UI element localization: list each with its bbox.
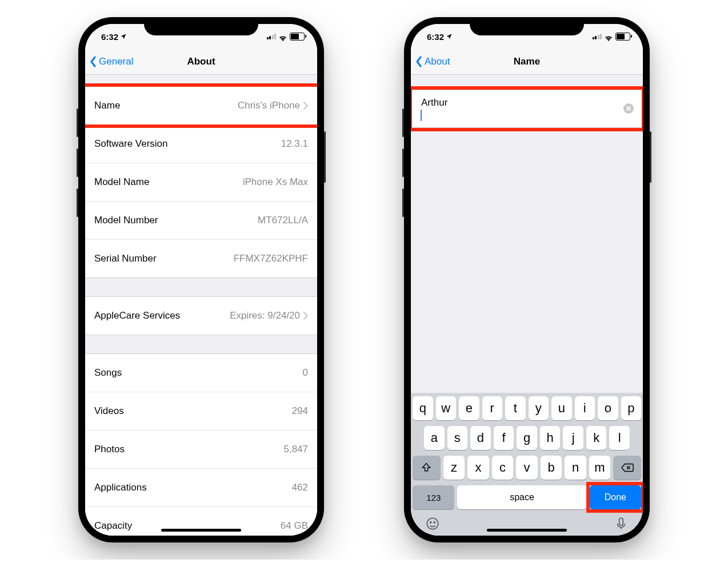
key-e[interactable]: e — [459, 396, 479, 420]
mic-icon[interactable] — [614, 516, 629, 531]
signal-icon — [593, 34, 602, 39]
key-b[interactable]: b — [541, 456, 562, 480]
shift-icon — [421, 462, 432, 473]
name-input-row[interactable] — [412, 90, 642, 128]
name-input[interactable] — [420, 97, 547, 109]
key-u[interactable]: u — [551, 396, 572, 420]
row-value: Chris's iPhone — [238, 100, 308, 111]
location-icon — [120, 33, 127, 40]
key-n[interactable]: n — [565, 456, 586, 480]
wifi-icon — [278, 33, 287, 40]
phone-left: 6:32 General About NameChris's iPhoneSof… — [78, 17, 324, 542]
nav-back-button[interactable]: About — [411, 56, 450, 67]
key-s[interactable]: s — [447, 426, 468, 450]
table-section: NameChris's iPhoneSoftware Version12.3.1… — [85, 86, 317, 278]
battery-icon — [290, 33, 305, 41]
notch — [470, 17, 584, 35]
key-v[interactable]: v — [516, 456, 538, 480]
row-model-name: Model NameiPhone Xs Max — [85, 163, 317, 201]
about-content[interactable]: NameChris's iPhoneSoftware Version12.3.1… — [85, 75, 317, 536]
section-gap — [85, 278, 317, 296]
home-indicator[interactable] — [487, 529, 567, 532]
svg-point-5 — [430, 522, 431, 523]
key-k[interactable]: k — [586, 426, 607, 450]
svg-point-6 — [434, 522, 435, 523]
backspace-icon — [621, 463, 634, 473]
row-label: Capacity — [94, 520, 132, 532]
row-label: Photos — [94, 444, 125, 455]
home-indicator[interactable] — [161, 529, 241, 532]
key-t[interactable]: t — [505, 396, 526, 420]
row-value: 12.3.1 — [281, 138, 308, 150]
done-key[interactable]: Done — [590, 485, 641, 509]
wifi-icon — [604, 33, 613, 40]
row-label: Model Number — [94, 215, 158, 226]
table-section: AppleCare ServicesExpires: 9/24/20 — [85, 296, 317, 335]
key-r[interactable]: r — [482, 396, 503, 420]
key-c[interactable]: c — [492, 456, 514, 480]
screen-right: 6:32 About Name — [411, 24, 643, 536]
key-h[interactable]: h — [540, 426, 561, 450]
notch — [144, 17, 258, 35]
row-applecare-services[interactable]: AppleCare ServicesExpires: 9/24/20 — [85, 297, 317, 335]
nav-back-label: About — [425, 56, 450, 67]
numbers-key[interactable]: 123 — [413, 485, 454, 509]
key-q[interactable]: q — [413, 396, 433, 420]
clear-button[interactable] — [623, 103, 634, 114]
key-w[interactable]: w — [436, 396, 457, 420]
row-software-version: Software Version12.3.1 — [85, 124, 317, 163]
phone-right: 6:32 About Name — [404, 17, 650, 542]
status-time: 6:32 — [101, 32, 118, 42]
row-songs: Songs0 — [85, 354, 317, 392]
backspace-key[interactable] — [613, 456, 641, 480]
row-value: 0 — [303, 367, 308, 379]
key-m[interactable]: m — [589, 456, 611, 480]
space-key[interactable]: space — [457, 485, 586, 509]
location-icon — [446, 33, 453, 40]
row-value: 294 — [292, 405, 308, 417]
shift-key[interactable] — [413, 456, 441, 480]
key-d[interactable]: d — [470, 426, 491, 450]
chevron-right-icon — [303, 102, 308, 110]
row-label: Videos — [94, 405, 124, 417]
key-a[interactable]: a — [424, 426, 445, 450]
screen-left: 6:32 General About NameChris's iPhoneSof… — [85, 24, 317, 536]
key-p[interactable]: p — [621, 396, 642, 420]
row-value: FFMX7Z62KPHF — [234, 253, 308, 264]
row-label: Serial Number — [94, 253, 157, 264]
emoji-icon[interactable] — [425, 516, 440, 531]
chevron-right-icon — [303, 312, 308, 320]
row-applications: Applications462 — [85, 468, 317, 506]
key-x[interactable]: x — [467, 456, 489, 480]
row-label: Songs — [94, 367, 122, 379]
row-value: MT672LL/A — [258, 215, 308, 226]
svg-rect-7 — [619, 518, 623, 525]
key-g[interactable]: g — [517, 426, 537, 450]
chevron-left-icon — [90, 56, 97, 67]
nav-bar: About Name — [411, 49, 643, 75]
row-value: iPhone Xs Max — [243, 176, 308, 188]
key-o[interactable]: o — [598, 396, 618, 420]
row-label: Model Name — [94, 176, 149, 188]
table-section: Songs0Videos294Photos5,847Applications46… — [85, 353, 317, 536]
row-name[interactable]: NameChris's iPhone — [85, 87, 317, 124]
row-serial-number: Serial NumberFFMX7Z62KPHF — [85, 239, 317, 278]
key-i[interactable]: i — [575, 396, 595, 420]
chevron-left-icon — [415, 56, 422, 67]
row-value: 5,847 — [283, 444, 308, 455]
row-label: Applications — [94, 482, 147, 493]
nav-bar: General About — [85, 49, 317, 75]
key-y[interactable]: y — [529, 396, 549, 420]
key-l[interactable]: l — [609, 426, 630, 450]
empty-area — [411, 128, 643, 393]
status-time: 6:32 — [427, 32, 444, 42]
key-f[interactable]: f — [494, 426, 514, 450]
key-z[interactable]: z — [443, 456, 465, 480]
key-j[interactable]: j — [563, 426, 583, 450]
nav-back-button[interactable]: General — [85, 56, 133, 67]
row-model-number: Model NumberMT672LL/A — [85, 201, 317, 239]
row-photos: Photos5,847 — [85, 430, 317, 468]
section-gap — [85, 335, 317, 353]
keyboard: qwertyuiop asdfghjkl zxcvbnm 123 space D… — [411, 393, 643, 536]
svg-point-4 — [427, 518, 438, 529]
